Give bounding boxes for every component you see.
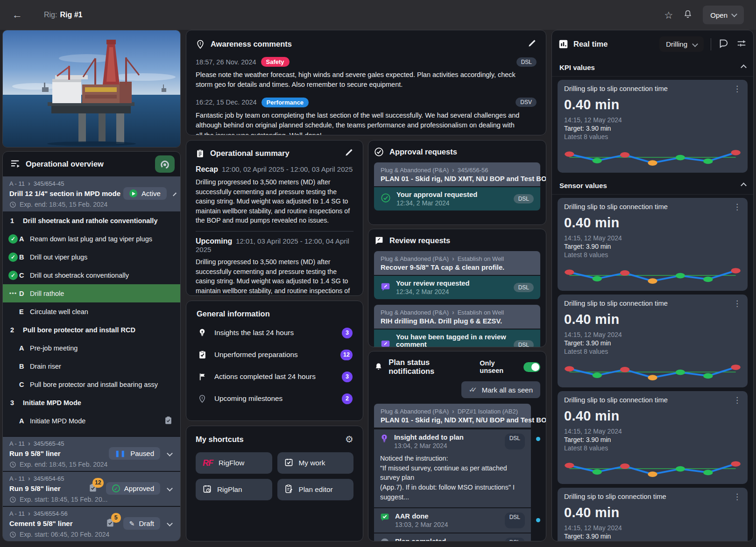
plan-card-paused[interactable]: A - 11›345/565-45 Run 9 5/8" liner ❚❚Pau… <box>3 437 180 471</box>
general-info-row-actions[interactable]: Actions completed last 24 hours 3 <box>197 367 353 386</box>
task-sub-active[interactable]: •••DDrill rathole <box>3 284 180 302</box>
shortcut-plan-editor[interactable]: Plan editor <box>277 479 354 500</box>
task-step[interactable]: 2Pull bore protector and install RCD <box>3 321 180 339</box>
plan-title: Run 9 5/8" liner <box>9 484 88 492</box>
task-sub[interactable]: APre-job meeting <box>3 339 180 357</box>
preparations-badge[interactable]: 12 <box>88 483 98 494</box>
clipboard-check-icon <box>197 350 208 359</box>
row-label: Insights the last 24 hours <box>214 329 294 337</box>
plan-card-draft[interactable]: A - 11›345/6554-56 Cement 9 5/8" liner 5… <box>3 507 180 541</box>
approved-status-pill[interactable]: ✓Approved <box>106 482 160 495</box>
task-sub-done[interactable]: ✓CDrill out shoetrack conventionally <box>3 266 180 284</box>
count-badge: 3 <box>342 372 353 382</box>
kebab-menu-icon[interactable]: ⋮ <box>733 300 741 308</box>
shortcut-rigflow[interactable]: RF RigFlow <box>196 452 272 474</box>
task-sub-done[interactable]: ✓BDrill out viper plugs <box>3 248 180 266</box>
review-card[interactable]: Plug & Abandoned (P&A)›Establish on Well… <box>374 305 540 347</box>
role-badge: DSL <box>514 283 534 292</box>
list-menu-icon <box>10 159 21 169</box>
approval-requests-panel: Approval requests Plug & Abandoned (P&A)… <box>368 140 546 225</box>
category-dropdown[interactable]: Drilling <box>659 36 704 52</box>
review-pen-icon <box>381 339 390 348</box>
flag-icon <box>197 372 208 381</box>
general-info-row-milestones[interactable]: Upcoming milestones 2 <box>197 389 353 408</box>
task-step[interactable]: 3Initiate MPD Mode <box>3 393 180 412</box>
review-card[interactable]: Plug & Abandoned (P&A)›Establish on Well… <box>374 251 540 299</box>
badge-count: 12 <box>92 478 104 488</box>
kebab-menu-icon[interactable]: ⋮ <box>733 396 741 404</box>
approval-card[interactable]: Plug & Abandoned (P&A)›345/656-56 PLAN 0… <box>374 162 540 210</box>
active-status-pill[interactable]: Active <box>123 187 167 200</box>
sensor-sparkline-chart <box>564 357 741 383</box>
review-action-row[interactable]: You have been tagged in a review comment… <box>374 330 540 347</box>
task-sub[interactable]: AInitiate MPD Mode <box>3 412 180 430</box>
target-icon <box>160 159 170 169</box>
star-icon[interactable]: ☆ <box>664 10 673 20</box>
role-badge: DSL <box>505 538 525 541</box>
comment-tag: Performance <box>261 98 309 107</box>
notification-insight[interactable]: Insight added to plan 13:04, 2 Mar 2024 … <box>374 428 540 507</box>
draft-status-pill[interactable]: ✎Draft <box>123 517 160 530</box>
review-action: Your review requested <box>396 280 470 287</box>
active-status-label: Active <box>141 189 161 197</box>
notification-aar-done[interactable]: AAR done 13:03, 2 Mar 2024 DSL <box>374 508 540 533</box>
kebab-menu-icon[interactable]: ⋮ <box>733 85 741 93</box>
approval-action-row[interactable]: Your approval requested 12:34, 2 Mar 202… <box>374 187 540 210</box>
task-step[interactable]: 1Drill shoetrack and rathole conventiona… <box>3 211 180 230</box>
expand-chevron-icon[interactable] <box>167 485 173 491</box>
open-button[interactable]: Open <box>703 6 744 24</box>
insight-body: Noticed the instruction: "If missed surv… <box>374 454 531 507</box>
edit-pencil-icon[interactable] <box>528 39 537 49</box>
task-step[interactable]: 4Drill 3 new formation <box>3 430 180 436</box>
general-info-row-preparations[interactable]: Unperformed preparations 12 <box>197 345 353 365</box>
review-action-row[interactable]: Your review requested 12:34, 2 Mar 2024 … <box>374 276 540 299</box>
kebab-menu-icon[interactable]: ⋮ <box>733 493 741 501</box>
notification-card-header[interactable]: Plug & Abandoned (P&A)›DPZ#1 Isolation (… <box>374 404 531 428</box>
clipboard-check-icon[interactable] <box>164 416 173 426</box>
approval-plan-name: PLAN 01 - Skid rig, N/D XMT, N/U BOP and… <box>381 175 534 182</box>
task-sub-done[interactable]: ✓AReam down last plug and tag viper plug… <box>3 230 180 248</box>
preparations-badge[interactable]: 5 <box>106 518 115 529</box>
expand-chevron-icon[interactable] <box>167 520 173 526</box>
approval-time: 12:34, 2 Mar 2024 <box>396 199 477 207</box>
task-sub[interactable]: CPull bore protector and install bearing… <box>3 375 180 393</box>
comment-bubble-icon[interactable] <box>718 38 728 50</box>
shortcut-my-work[interactable]: My work <box>277 452 354 474</box>
active-plan-title: Drill 12 1/4" section in MPD mode <box>9 189 123 197</box>
bell-icon[interactable] <box>683 9 692 21</box>
task-list: 1Drill shoetrack and rathole conventiona… <box>3 211 180 436</box>
plan-status-notifications-panel: Plan status notifications Only unseen ✓✓… <box>368 351 546 541</box>
notification-plan-completed[interactable]: Plan completed 13:02, 2 Mar 2024 DSL <box>374 533 540 541</box>
sliders-icon[interactable] <box>736 38 747 50</box>
overview-app-button[interactable] <box>155 155 175 173</box>
mark-all-as-seen-button[interactable]: ✓✓ Mark all as seen <box>461 381 540 398</box>
general-info-title: General information <box>197 309 353 318</box>
notifications-title: Plan status notifications <box>389 358 474 376</box>
milestone-pin-icon <box>197 394 208 403</box>
expand-chevron-icon[interactable] <box>167 450 173 456</box>
role-badge: DSL <box>505 512 525 528</box>
approvals-title: Approval requests <box>389 147 457 156</box>
collapse-chevron-icon[interactable] <box>173 193 177 196</box>
clipboard-icon <box>196 149 205 158</box>
general-info-row-insights[interactable]: Insights the last 24 hours 3 <box>197 323 353 343</box>
task-sub[interactable]: BDrain riser <box>3 357 180 375</box>
sensor-sparkline-chart <box>564 454 741 480</box>
back-arrow-icon[interactable]: ← <box>12 9 22 21</box>
awareness-title: Awareness comments <box>211 40 292 49</box>
sensor-values-section-header[interactable]: Sensor values <box>552 176 753 195</box>
row-label: Unperformed preparations <box>214 351 298 359</box>
role-badge: DSL <box>516 57 537 67</box>
only-unseen-toggle[interactable] <box>523 362 540 372</box>
paused-status-pill[interactable]: ❚❚Paused <box>109 447 160 460</box>
kpi-values-section-header[interactable]: KPI values <box>552 58 753 77</box>
comment-tag: Safety <box>261 57 290 67</box>
edit-pencil-icon[interactable] <box>345 148 353 159</box>
gear-icon[interactable]: ⚙ <box>345 434 353 445</box>
plan-card-approved[interactable]: A - 11›345/654-65 Run 9 5/8" liner 12 ✓A… <box>3 472 180 506</box>
active-plan-header[interactable]: A - 11 › 345/654-45 Drill 12 1/4" sectio… <box>3 176 180 211</box>
double-check-icon: ✓✓ <box>469 386 477 394</box>
shortcut-rigplan[interactable]: RigPlan <box>196 479 272 500</box>
task-sub[interactable]: ECirculate well clean <box>3 302 180 321</box>
kebab-menu-icon[interactable]: ⋮ <box>733 203 741 211</box>
